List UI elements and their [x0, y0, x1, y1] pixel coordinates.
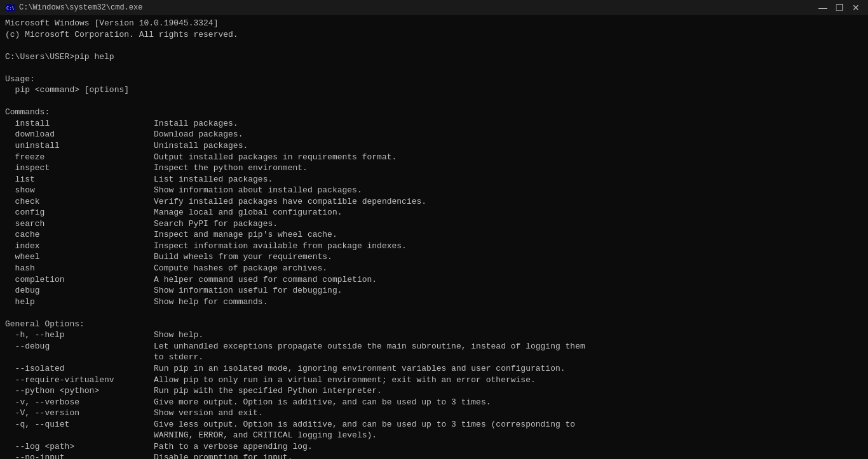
- title-bar-left: C:\ C:\Windows\system32\cmd.exe: [5, 3, 142, 13]
- maximize-button[interactable]: ❐: [832, 2, 846, 13]
- svg-text:C:\: C:\: [6, 6, 15, 11]
- cmd-window: C:\ C:\Windows\system32\cmd.exe — ❐ ✕ Mi…: [0, 0, 868, 459]
- cmd-icon: C:\: [5, 3, 15, 13]
- title-bar-title: C:\Windows\system32\cmd.exe: [19, 3, 142, 12]
- minimize-button[interactable]: —: [816, 2, 830, 13]
- close-button[interactable]: ✕: [849, 2, 863, 13]
- terminal-content: Microsoft Windows [Version 10.0.19045.33…: [0, 15, 868, 459]
- title-bar-controls: — ❐ ✕: [816, 2, 863, 13]
- title-bar: C:\ C:\Windows\system32\cmd.exe — ❐ ✕: [0, 0, 868, 15]
